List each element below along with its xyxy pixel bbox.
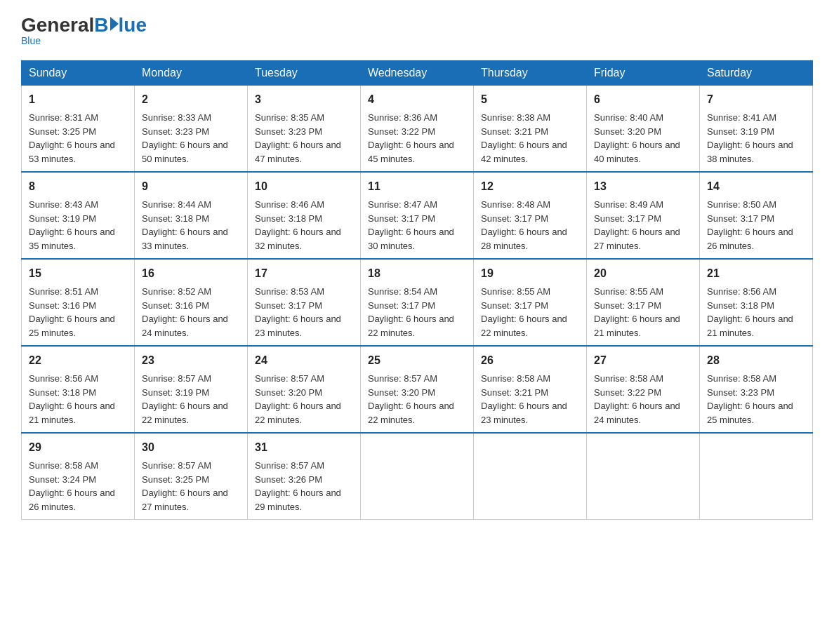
daylight-text: Daylight: 6 hours and 47 minutes.	[255, 140, 341, 164]
calendar-week-2: 8Sunrise: 8:43 AMSunset: 3:19 PMDaylight…	[22, 172, 813, 259]
daylight-text: Daylight: 6 hours and 21 minutes.	[29, 401, 115, 425]
daylight-text: Daylight: 6 hours and 30 minutes.	[368, 227, 454, 251]
calendar-cell: 15Sunrise: 8:51 AMSunset: 3:16 PMDayligh…	[22, 259, 135, 346]
weekday-header-tuesday: Tuesday	[248, 61, 361, 86]
calendar-cell: 19Sunrise: 8:55 AMSunset: 3:17 PMDayligh…	[474, 259, 587, 346]
sunrise-text: Sunrise: 8:49 AM	[594, 199, 663, 210]
day-number: 6	[594, 91, 692, 108]
sunset-text: Sunset: 3:25 PM	[142, 474, 209, 485]
calendar-cell: 10Sunrise: 8:46 AMSunset: 3:18 PMDayligh…	[248, 172, 361, 259]
calendar-cell: 16Sunrise: 8:52 AMSunset: 3:16 PMDayligh…	[135, 259, 248, 346]
sunrise-text: Sunrise: 8:52 AM	[142, 286, 211, 297]
sunrise-text: Sunrise: 8:54 AM	[368, 286, 437, 297]
day-number: 5	[481, 91, 579, 108]
day-number: 8	[29, 178, 127, 195]
sunset-text: Sunset: 3:17 PM	[594, 213, 661, 224]
sunrise-text: Sunrise: 8:50 AM	[707, 199, 776, 210]
day-number: 22	[29, 352, 127, 369]
sunset-text: Sunset: 3:19 PM	[142, 387, 209, 398]
daylight-text: Daylight: 6 hours and 27 minutes.	[594, 227, 680, 251]
calendar-cell	[474, 433, 587, 520]
day-number: 21	[707, 265, 805, 282]
sunrise-text: Sunrise: 8:57 AM	[142, 460, 211, 471]
calendar-cell: 26Sunrise: 8:58 AMSunset: 3:21 PMDayligh…	[474, 346, 587, 433]
weekday-header-friday: Friday	[587, 61, 700, 86]
day-number: 16	[142, 265, 240, 282]
day-number: 9	[142, 178, 240, 195]
sunset-text: Sunset: 3:20 PM	[594, 126, 661, 137]
daylight-text: Daylight: 6 hours and 38 minutes.	[707, 140, 793, 164]
sunrise-text: Sunrise: 8:31 AM	[29, 112, 98, 123]
sunrise-text: Sunrise: 8:57 AM	[368, 373, 437, 384]
sunrise-text: Sunrise: 8:43 AM	[29, 199, 98, 210]
sunset-text: Sunset: 3:17 PM	[707, 213, 774, 224]
logo-tagline: Blue	[21, 35, 41, 46]
calendar-cell: 13Sunrise: 8:49 AMSunset: 3:17 PMDayligh…	[587, 172, 700, 259]
day-number: 13	[594, 178, 692, 195]
sunset-text: Sunset: 3:20 PM	[368, 387, 435, 398]
logo-general-text: General	[21, 14, 94, 36]
daylight-text: Daylight: 6 hours and 23 minutes.	[481, 401, 567, 425]
sunrise-text: Sunrise: 8:41 AM	[707, 112, 776, 123]
sunrise-text: Sunrise: 8:58 AM	[594, 373, 663, 384]
weekday-header-sunday: Sunday	[22, 61, 135, 86]
daylight-text: Daylight: 6 hours and 32 minutes.	[255, 227, 341, 251]
sunset-text: Sunset: 3:18 PM	[29, 387, 96, 398]
sunrise-text: Sunrise: 8:56 AM	[707, 286, 776, 297]
calendar-cell: 8Sunrise: 8:43 AMSunset: 3:19 PMDaylight…	[22, 172, 135, 259]
logo: General B lue Blue	[21, 14, 147, 46]
daylight-text: Daylight: 6 hours and 25 minutes.	[707, 401, 793, 425]
day-number: 23	[142, 352, 240, 369]
sunrise-text: Sunrise: 8:57 AM	[255, 373, 324, 384]
daylight-text: Daylight: 6 hours and 22 minutes.	[368, 401, 454, 425]
sunset-text: Sunset: 3:19 PM	[29, 213, 96, 224]
day-number: 15	[29, 265, 127, 282]
sunset-text: Sunset: 3:21 PM	[481, 126, 548, 137]
day-number: 14	[707, 178, 805, 195]
daylight-text: Daylight: 6 hours and 21 minutes.	[707, 314, 793, 338]
calendar-cell	[361, 433, 474, 520]
sunset-text: Sunset: 3:23 PM	[255, 126, 322, 137]
sunrise-text: Sunrise: 8:57 AM	[255, 460, 324, 471]
sunset-text: Sunset: 3:25 PM	[29, 126, 96, 137]
sunset-text: Sunset: 3:17 PM	[481, 300, 548, 311]
sunrise-text: Sunrise: 8:55 AM	[594, 286, 663, 297]
calendar-cell: 11Sunrise: 8:47 AMSunset: 3:17 PMDayligh…	[361, 172, 474, 259]
sunrise-text: Sunrise: 8:58 AM	[481, 373, 550, 384]
sunrise-text: Sunrise: 8:51 AM	[29, 286, 98, 297]
logo-arrow-icon	[110, 17, 119, 31]
sunset-text: Sunset: 3:17 PM	[368, 213, 435, 224]
daylight-text: Daylight: 6 hours and 22 minutes.	[368, 314, 454, 338]
day-number: 4	[368, 91, 466, 108]
calendar-cell: 18Sunrise: 8:54 AMSunset: 3:17 PMDayligh…	[361, 259, 474, 346]
sunrise-text: Sunrise: 8:46 AM	[255, 199, 324, 210]
day-number: 26	[481, 352, 579, 369]
daylight-text: Daylight: 6 hours and 35 minutes.	[29, 227, 115, 251]
daylight-text: Daylight: 6 hours and 22 minutes.	[142, 401, 228, 425]
calendar-header-row: SundayMondayTuesdayWednesdayThursdayFrid…	[22, 61, 813, 86]
day-number: 19	[481, 265, 579, 282]
sunset-text: Sunset: 3:16 PM	[29, 300, 96, 311]
day-number: 11	[368, 178, 466, 195]
day-number: 3	[255, 91, 353, 108]
sunrise-text: Sunrise: 8:58 AM	[29, 460, 98, 471]
daylight-text: Daylight: 6 hours and 24 minutes.	[142, 314, 228, 338]
sunrise-text: Sunrise: 8:35 AM	[255, 112, 324, 123]
calendar-cell: 6Sunrise: 8:40 AMSunset: 3:20 PMDaylight…	[587, 86, 700, 173]
day-number: 17	[255, 265, 353, 282]
calendar-cell: 25Sunrise: 8:57 AMSunset: 3:20 PMDayligh…	[361, 346, 474, 433]
calendar-cell: 29Sunrise: 8:58 AMSunset: 3:24 PMDayligh…	[22, 433, 135, 520]
sunset-text: Sunset: 3:24 PM	[29, 474, 96, 485]
sunset-text: Sunset: 3:18 PM	[255, 213, 322, 224]
sunset-text: Sunset: 3:17 PM	[481, 213, 548, 224]
calendar-cell: 2Sunrise: 8:33 AMSunset: 3:23 PMDaylight…	[135, 86, 248, 173]
sunrise-text: Sunrise: 8:40 AM	[594, 112, 663, 123]
calendar-cell: 24Sunrise: 8:57 AMSunset: 3:20 PMDayligh…	[248, 346, 361, 433]
daylight-text: Daylight: 6 hours and 50 minutes.	[142, 140, 228, 164]
sunset-text: Sunset: 3:19 PM	[707, 126, 774, 137]
sunset-text: Sunset: 3:18 PM	[707, 300, 774, 311]
day-number: 2	[142, 91, 240, 108]
calendar-cell: 4Sunrise: 8:36 AMSunset: 3:22 PMDaylight…	[361, 86, 474, 173]
sunset-text: Sunset: 3:23 PM	[707, 387, 774, 398]
day-number: 28	[707, 352, 805, 369]
